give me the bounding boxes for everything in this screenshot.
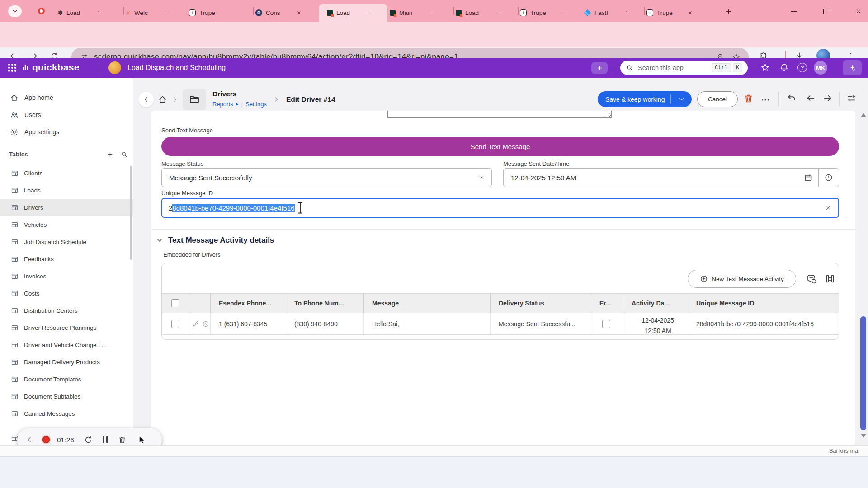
record-button[interactable] bbox=[42, 436, 50, 443]
sidebar-table-clients[interactable]: Clients bbox=[0, 164, 133, 182]
app-logo-icon[interactable] bbox=[108, 61, 121, 74]
col-to-phone[interactable]: To Phone Num... bbox=[286, 294, 364, 313]
cancel-button[interactable]: Cancel bbox=[697, 91, 738, 107]
calendar-icon[interactable] bbox=[804, 173, 813, 182]
undo-icon[interactable] bbox=[787, 93, 797, 103]
sidebar-table-feedbacks[interactable]: Feedbacks bbox=[0, 250, 133, 267]
sidebar-table-invoices[interactable]: Invoices bbox=[0, 267, 133, 285]
settings-link[interactable]: Settings bbox=[245, 101, 267, 108]
page-scrollbar-thumb[interactable] bbox=[860, 316, 866, 430]
message-status-input[interactable]: Message Sent Successfully bbox=[161, 168, 492, 187]
window-close-button[interactable] bbox=[852, 5, 865, 17]
add-new-button[interactable] bbox=[591, 62, 608, 74]
form-settings-icon[interactable] bbox=[846, 93, 857, 103]
sidebar-table-drivers[interactable]: Drivers bbox=[0, 199, 133, 216]
ai-sparkle-button[interactable] bbox=[843, 60, 862, 75]
sidebar-table-document-templates[interactable]: Document Templates bbox=[0, 371, 133, 388]
tab-close-icon[interactable] bbox=[367, 10, 372, 15]
sidebar-item-app-home[interactable]: App home bbox=[0, 89, 133, 106]
sidebar-table-loads[interactable]: Loads bbox=[0, 182, 133, 199]
notifications-bell-icon[interactable] bbox=[779, 63, 789, 72]
tab-close-icon[interactable] bbox=[165, 10, 170, 15]
sidebar-scrollbar-thumb[interactable] bbox=[130, 166, 132, 260]
col-message[interactable]: Message bbox=[364, 294, 491, 313]
message-sent-datetime-input[interactable]: 12-04-2025 12:50 AM bbox=[503, 168, 839, 187]
browser-tab[interactable]: ❂ Cons bbox=[255, 5, 316, 21]
delete-record-icon[interactable] bbox=[743, 93, 754, 103]
activity-table-row[interactable]: 1 (631) 607-8345 (830) 940-8490 Hello Sa… bbox=[162, 313, 839, 335]
sidebar-table-driver-vehicle-change-log[interactable]: Driver and Vehicle Change L... bbox=[0, 336, 133, 353]
reports-link[interactable]: Reports bbox=[212, 101, 233, 108]
pause-recording-icon[interactable] bbox=[103, 436, 108, 443]
tab-search-button[interactable] bbox=[8, 5, 22, 17]
window-minimize-button[interactable] bbox=[787, 5, 800, 17]
window-maximize-button[interactable] bbox=[819, 5, 833, 17]
sidebar-table-damaged-delivery-products[interactable]: Damaged Delivery Products bbox=[0, 353, 133, 371]
sidebar-item-users[interactable]: Users bbox=[0, 107, 133, 123]
send-text-message-button[interactable]: Send Text Message bbox=[161, 137, 839, 156]
save-keep-working-button[interactable]: Save & keep working bbox=[598, 91, 692, 107]
activity-section-header[interactable]: Text Message Activity details bbox=[156, 236, 274, 245]
pinned-tab-record-icon[interactable] bbox=[38, 8, 45, 14]
browser-tab[interactable]: ✳ Welc bbox=[126, 5, 184, 21]
browser-tab[interactable]: + Trupe bbox=[646, 5, 705, 21]
browser-tab[interactable]: ✽ Load bbox=[58, 5, 118, 21]
view-row-icon[interactable] bbox=[202, 320, 209, 328]
resize-handle-icon[interactable] bbox=[606, 113, 611, 117]
col-error[interactable]: Er... bbox=[591, 294, 623, 313]
sidebar-table-distribution-centers[interactable]: Distribution Centers bbox=[0, 302, 133, 319]
row-checkbox[interactable] bbox=[171, 320, 179, 328]
browser-tab[interactable]: FastF bbox=[584, 5, 641, 21]
col-esendex-phone[interactable]: Esendex Phone... bbox=[211, 294, 286, 313]
select-all-checkbox[interactable] bbox=[171, 299, 179, 307]
reports-expand-icon[interactable]: ▶ bbox=[236, 102, 239, 106]
error-checkbox[interactable] bbox=[602, 320, 610, 328]
discard-recording-icon[interactable] bbox=[118, 436, 127, 444]
col-activity-date[interactable]: Activity Da... bbox=[623, 294, 688, 313]
tab-close-icon[interactable] bbox=[625, 10, 630, 15]
collapse-sidebar-button[interactable] bbox=[138, 92, 154, 107]
new-tab-button[interactable] bbox=[722, 6, 734, 17]
more-options-icon[interactable] bbox=[760, 95, 770, 105]
scroll-down-arrow[interactable] bbox=[861, 434, 866, 438]
next-record-icon[interactable] bbox=[823, 93, 833, 103]
cursor-icon[interactable] bbox=[137, 436, 146, 444]
clear-field-icon[interactable] bbox=[825, 205, 831, 211]
user-avatar[interactable]: MK bbox=[814, 61, 827, 75]
col-unique-message-id[interactable]: Unique Message ID bbox=[688, 294, 839, 313]
tab-close-icon[interactable] bbox=[561, 10, 566, 15]
sidebar-table-job-dispatch-schedule[interactable]: Job Dispatch Schedule bbox=[0, 233, 133, 250]
tab-close-icon[interactable] bbox=[496, 10, 501, 15]
previous-record-icon[interactable] bbox=[806, 93, 816, 103]
sidebar-table-vehicles[interactable]: Vehicles bbox=[0, 216, 133, 233]
clock-icon[interactable] bbox=[824, 173, 833, 182]
tab-close-icon[interactable] bbox=[230, 10, 235, 15]
breadcrumb-table-name[interactable]: Drivers bbox=[212, 90, 236, 98]
tab-close-icon[interactable] bbox=[297, 10, 302, 15]
favorites-star-icon[interactable] bbox=[760, 63, 770, 72]
app-grid-icon[interactable] bbox=[8, 64, 16, 72]
sidebar-table-canned-messages[interactable]: Canned Messages bbox=[0, 405, 133, 422]
add-table-icon[interactable] bbox=[107, 151, 113, 158]
app-search-input[interactable]: Search this app Ctrl K bbox=[620, 61, 748, 75]
refresh-grid-icon[interactable] bbox=[806, 273, 817, 284]
quickbase-logo[interactable]: quickbase bbox=[21, 62, 80, 73]
browser-tab[interactable]: + Trupe bbox=[520, 5, 578, 21]
tab-close-icon[interactable] bbox=[97, 10, 102, 15]
home-breadcrumb-icon[interactable] bbox=[158, 95, 167, 104]
collapse-section-icon[interactable] bbox=[156, 237, 163, 244]
rewind-icon[interactable] bbox=[25, 436, 33, 444]
column-settings-icon[interactable] bbox=[825, 273, 835, 284]
edit-row-icon[interactable] bbox=[192, 320, 199, 328]
new-text-message-activity-button[interactable]: New Text Message Activity bbox=[688, 270, 796, 288]
sidebar-item-app-settings[interactable]: App settings bbox=[0, 124, 133, 140]
search-tables-icon[interactable] bbox=[121, 151, 127, 158]
browser-tab-active[interactable]: Load bbox=[319, 4, 387, 22]
save-options-dropdown[interactable] bbox=[671, 96, 692, 103]
help-icon[interactable]: ? bbox=[797, 63, 807, 72]
tab-close-icon[interactable] bbox=[688, 10, 693, 15]
browser-tab[interactable]: + Trupe bbox=[189, 5, 247, 21]
comments-textarea-partial[interactable] bbox=[387, 111, 612, 118]
sidebar-table-costs[interactable]: Costs bbox=[0, 285, 133, 302]
restart-recording-icon[interactable] bbox=[84, 436, 93, 444]
